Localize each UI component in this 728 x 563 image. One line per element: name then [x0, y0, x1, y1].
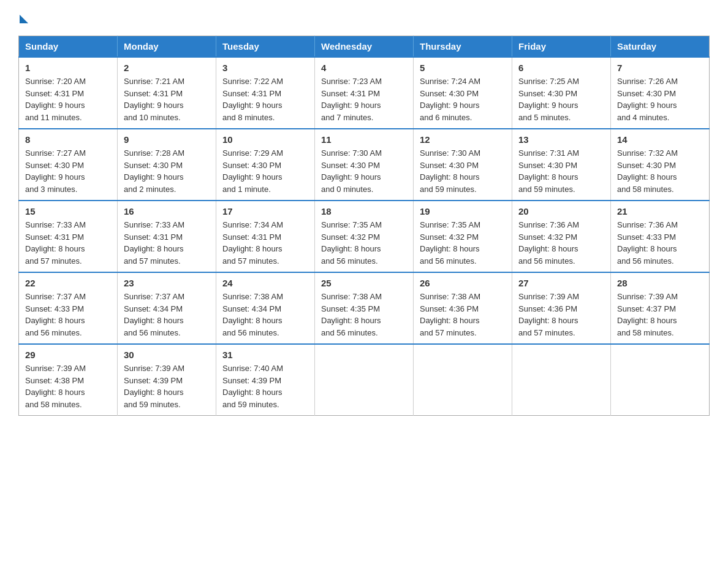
day-info: Sunrise: 7:27 AMSunset: 4:30 PMDaylight:…	[25, 147, 111, 195]
calendar-header: SundayMondayTuesdayWednesdayThursdayFrid…	[19, 36, 710, 58]
day-info: Sunrise: 7:35 AMSunset: 4:32 PMDaylight:…	[420, 219, 506, 267]
header-day-friday: Friday	[512, 36, 611, 58]
day-info: Sunrise: 7:36 AMSunset: 4:32 PMDaylight:…	[518, 219, 604, 267]
header-day-tuesday: Tuesday	[216, 36, 315, 58]
day-number: 18	[321, 206, 407, 216]
day-number: 28	[617, 278, 703, 288]
day-number: 15	[25, 206, 111, 216]
logo	[18, 12, 29, 23]
day-cell: 5Sunrise: 7:24 AMSunset: 4:30 PMDaylight…	[414, 57, 512, 129]
day-cell: 27Sunrise: 7:39 AMSunset: 4:36 PMDayligh…	[512, 272, 611, 344]
day-info: Sunrise: 7:39 AMSunset: 4:39 PMDaylight:…	[124, 362, 210, 410]
day-number: 31	[222, 350, 308, 360]
day-number: 23	[124, 278, 210, 288]
day-number: 4	[321, 63, 407, 73]
day-cell: 17Sunrise: 7:34 AMSunset: 4:31 PMDayligh…	[216, 201, 315, 272]
day-cell: 15Sunrise: 7:33 AMSunset: 4:31 PMDayligh…	[19, 201, 118, 272]
day-number: 14	[617, 134, 703, 145]
header-row: SundayMondayTuesdayWednesdayThursdayFrid…	[19, 36, 710, 58]
day-info: Sunrise: 7:39 AMSunset: 4:38 PMDaylight:…	[25, 362, 111, 410]
day-cell: 9Sunrise: 7:28 AMSunset: 4:30 PMDaylight…	[118, 129, 216, 201]
day-cell: 19Sunrise: 7:35 AMSunset: 4:32 PMDayligh…	[414, 201, 512, 272]
day-cell: 12Sunrise: 7:30 AMSunset: 4:30 PMDayligh…	[414, 129, 512, 201]
day-cell: 22Sunrise: 7:37 AMSunset: 4:33 PMDayligh…	[19, 272, 118, 344]
day-info: Sunrise: 7:30 AMSunset: 4:30 PMDaylight:…	[321, 147, 407, 195]
day-cell: 8Sunrise: 7:27 AMSunset: 4:30 PMDaylight…	[19, 129, 118, 201]
day-number: 1	[25, 63, 111, 73]
day-info: Sunrise: 7:33 AMSunset: 4:31 PMDaylight:…	[124, 219, 210, 267]
day-number: 3	[222, 63, 308, 73]
day-info: Sunrise: 7:25 AMSunset: 4:30 PMDaylight:…	[518, 75, 604, 123]
day-info: Sunrise: 7:20 AMSunset: 4:31 PMDaylight:…	[25, 75, 111, 123]
calendar-body: 1Sunrise: 7:20 AMSunset: 4:31 PMDaylight…	[19, 57, 710, 416]
day-info: Sunrise: 7:32 AMSunset: 4:30 PMDaylight:…	[617, 147, 703, 195]
day-number: 7	[617, 63, 703, 73]
day-number: 12	[420, 134, 506, 145]
day-info: Sunrise: 7:33 AMSunset: 4:31 PMDaylight:…	[25, 219, 111, 267]
day-cell: 26Sunrise: 7:38 AMSunset: 4:36 PMDayligh…	[414, 272, 512, 344]
day-info: Sunrise: 7:36 AMSunset: 4:33 PMDaylight:…	[617, 219, 703, 267]
week-row-1: 1Sunrise: 7:20 AMSunset: 4:31 PMDaylight…	[19, 57, 710, 129]
week-row-5: 29Sunrise: 7:39 AMSunset: 4:38 PMDayligh…	[19, 344, 710, 416]
day-info: Sunrise: 7:22 AMSunset: 4:31 PMDaylight:…	[222, 75, 308, 123]
week-row-4: 22Sunrise: 7:37 AMSunset: 4:33 PMDayligh…	[19, 272, 710, 344]
day-number: 22	[25, 278, 111, 288]
day-number: 11	[321, 134, 407, 145]
day-cell: 1Sunrise: 7:20 AMSunset: 4:31 PMDaylight…	[19, 57, 118, 129]
day-number: 2	[124, 63, 210, 73]
day-number: 8	[25, 134, 111, 145]
day-info: Sunrise: 7:37 AMSunset: 4:34 PMDaylight:…	[124, 291, 210, 339]
day-number: 17	[222, 206, 308, 216]
week-row-3: 15Sunrise: 7:33 AMSunset: 4:31 PMDayligh…	[19, 201, 710, 272]
day-cell: 3Sunrise: 7:22 AMSunset: 4:31 PMDaylight…	[216, 57, 315, 129]
day-cell: 24Sunrise: 7:38 AMSunset: 4:34 PMDayligh…	[216, 272, 315, 344]
day-info: Sunrise: 7:26 AMSunset: 4:30 PMDaylight:…	[617, 75, 703, 123]
day-info: Sunrise: 7:35 AMSunset: 4:32 PMDaylight:…	[321, 219, 407, 267]
day-info: Sunrise: 7:31 AMSunset: 4:30 PMDaylight:…	[518, 147, 604, 195]
day-number: 24	[222, 278, 308, 288]
day-number: 27	[518, 278, 604, 288]
header-day-wednesday: Wednesday	[315, 36, 414, 58]
header-day-thursday: Thursday	[414, 36, 512, 58]
day-cell	[512, 344, 611, 416]
day-number: 10	[222, 134, 308, 145]
day-info: Sunrise: 7:40 AMSunset: 4:39 PMDaylight:…	[222, 362, 308, 410]
day-cell: 4Sunrise: 7:23 AMSunset: 4:31 PMDaylight…	[315, 57, 414, 129]
day-info: Sunrise: 7:39 AMSunset: 4:37 PMDaylight:…	[617, 291, 703, 339]
day-cell: 7Sunrise: 7:26 AMSunset: 4:30 PMDaylight…	[611, 57, 710, 129]
header-day-sunday: Sunday	[19, 36, 118, 58]
day-info: Sunrise: 7:29 AMSunset: 4:30 PMDaylight:…	[222, 147, 308, 195]
day-info: Sunrise: 7:38 AMSunset: 4:36 PMDaylight:…	[420, 291, 506, 339]
day-number: 21	[617, 206, 703, 216]
week-row-2: 8Sunrise: 7:27 AMSunset: 4:30 PMDaylight…	[19, 129, 710, 201]
day-info: Sunrise: 7:24 AMSunset: 4:30 PMDaylight:…	[420, 75, 506, 123]
day-info: Sunrise: 7:23 AMSunset: 4:31 PMDaylight:…	[321, 75, 407, 123]
day-info: Sunrise: 7:28 AMSunset: 4:30 PMDaylight:…	[124, 147, 210, 195]
day-number: 6	[518, 63, 604, 73]
day-cell: 18Sunrise: 7:35 AMSunset: 4:32 PMDayligh…	[315, 201, 414, 272]
day-info: Sunrise: 7:30 AMSunset: 4:30 PMDaylight:…	[420, 147, 506, 195]
day-cell	[315, 344, 414, 416]
day-cell: 31Sunrise: 7:40 AMSunset: 4:39 PMDayligh…	[216, 344, 315, 416]
day-number: 20	[518, 206, 604, 216]
day-cell: 29Sunrise: 7:39 AMSunset: 4:38 PMDayligh…	[19, 344, 118, 416]
logo-triangle-icon	[20, 15, 28, 23]
day-number: 26	[420, 278, 506, 288]
day-cell: 28Sunrise: 7:39 AMSunset: 4:37 PMDayligh…	[611, 272, 710, 344]
header-day-saturday: Saturday	[611, 36, 710, 58]
day-number: 30	[124, 350, 210, 360]
page-header	[18, 12, 710, 23]
day-cell: 11Sunrise: 7:30 AMSunset: 4:30 PMDayligh…	[315, 129, 414, 201]
day-number: 5	[420, 63, 506, 73]
day-cell: 10Sunrise: 7:29 AMSunset: 4:30 PMDayligh…	[216, 129, 315, 201]
day-info: Sunrise: 7:21 AMSunset: 4:31 PMDaylight:…	[124, 75, 210, 123]
day-info: Sunrise: 7:39 AMSunset: 4:36 PMDaylight:…	[518, 291, 604, 339]
day-number: 16	[124, 206, 210, 216]
day-number: 29	[25, 350, 111, 360]
day-cell: 16Sunrise: 7:33 AMSunset: 4:31 PMDayligh…	[118, 201, 216, 272]
day-info: Sunrise: 7:38 AMSunset: 4:34 PMDaylight:…	[222, 291, 308, 339]
day-cell: 20Sunrise: 7:36 AMSunset: 4:32 PMDayligh…	[512, 201, 611, 272]
day-number: 13	[518, 134, 604, 145]
day-cell: 2Sunrise: 7:21 AMSunset: 4:31 PMDaylight…	[118, 57, 216, 129]
day-cell	[611, 344, 710, 416]
